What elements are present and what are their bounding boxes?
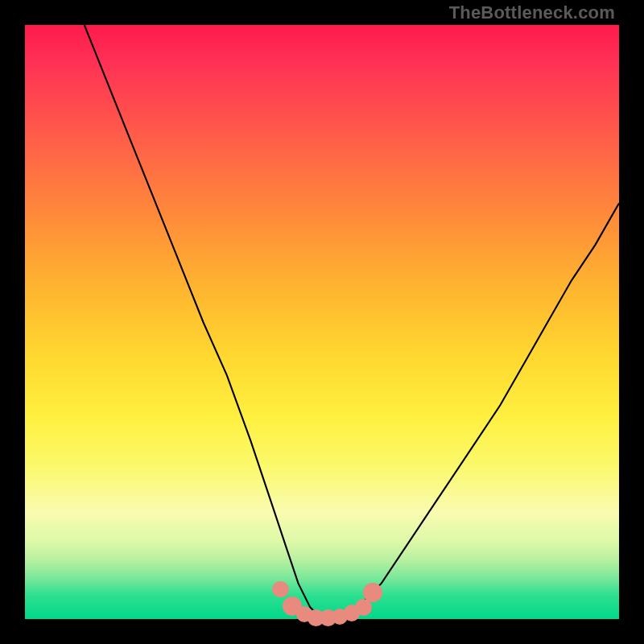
curve-path [85, 25, 619, 619]
bottleneck-curve [25, 25, 619, 619]
watermark-text: TheBottleneck.com [449, 2, 615, 23]
marker-dot [363, 583, 382, 602]
chart-area [25, 25, 619, 619]
marker-dot [272, 581, 289, 598]
